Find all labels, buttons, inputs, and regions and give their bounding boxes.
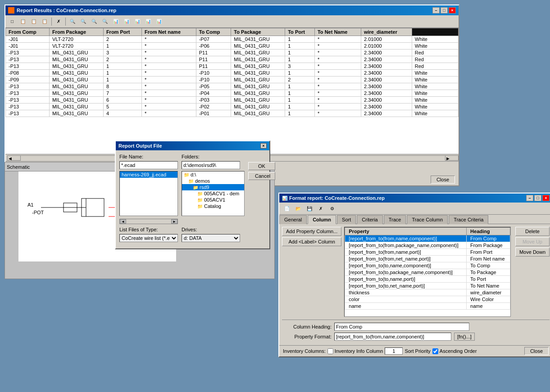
filename-input[interactable] [119, 161, 178, 169]
file-list-item[interactable]: harness-269_jj.ecad [120, 171, 177, 178]
filetype-select[interactable]: CSV files (*.csv) CoCreate wire list (*.… [119, 234, 178, 242]
fn-btn[interactable]: [fn()...] [454, 333, 475, 341]
folder-tree[interactable]: 📁 d:\ 📁 demos 📁 rsd9 📁 005ACV1 - dem 📁 0… [182, 171, 245, 216]
prop-format-input[interactable] [334, 333, 451, 341]
folder-005acv1-dem[interactable]: 📁 005ACV1 - dem [182, 190, 244, 197]
property-row[interactable]: thicknesswire_diameter [345, 289, 510, 296]
toolbar-b8[interactable]: 📊 [143, 17, 153, 27]
drives-select[interactable]: d: DATA [182, 234, 240, 242]
tab-trace-criteria[interactable]: Trace Criteria [449, 215, 488, 224]
tab-sort[interactable]: Sort [337, 215, 356, 224]
table-cell: White [412, 110, 458, 117]
toolbar-new[interactable]: □ [7, 17, 17, 27]
table-cell: 2.34000 [361, 110, 412, 117]
format-close-btn[interactable]: × [542, 195, 550, 201]
col-to-port[interactable]: To Port [285, 28, 315, 36]
close-btn[interactable]: × [449, 7, 456, 14]
ascending-order-checkbox[interactable] [432, 348, 438, 354]
fmt-tb-cfg[interactable]: ⚙ [327, 204, 337, 213]
minimize-btn[interactable]: – [432, 7, 440, 14]
tab-criteria[interactable]: Criteria [357, 215, 382, 224]
table-cell: MIL_0431_GRU [231, 70, 285, 77]
fmt-tb-save[interactable]: 💾 [305, 204, 314, 213]
format-min-btn[interactable]: – [526, 195, 533, 201]
col-to-net[interactable]: To Net Name [314, 28, 361, 36]
folder-catalog[interactable]: 📁 Catalog [182, 203, 244, 209]
tab-bar: General Column Sort Criteria Trace Trace… [279, 215, 550, 224]
property-row[interactable]: namename [345, 303, 510, 310]
folder-005acv1[interactable]: 📁 005ACV1 [182, 197, 244, 203]
format-max-btn[interactable]: □ [534, 195, 541, 201]
maximize-btn[interactable]: □ [441, 7, 448, 14]
toolbar-b6[interactable]: 📊 [122, 17, 132, 27]
toolbar-b7[interactable]: 📊 [132, 17, 142, 27]
toolbar-b3[interactable]: 🔍 [89, 17, 99, 27]
toolbar-b1[interactable]: 🔍 [68, 17, 77, 27]
delete-btn[interactable]: Delete [515, 227, 550, 236]
property-row[interactable]: [report_from_to(to,package_name,componen… [345, 269, 510, 276]
move-down-btn[interactable]: Move Down [515, 248, 550, 257]
folder-demos[interactable]: 📁 demos [182, 178, 244, 184]
toolbar-b4[interactable]: 🔍 [100, 17, 110, 27]
format-close-button[interactable]: Close [524, 347, 549, 355]
table-cell: MIL_0431_GRU [49, 83, 103, 90]
table-cell: -P13 [6, 56, 50, 63]
property-row[interactable]: [report_from_to(from,net_name,port)]From… [345, 256, 510, 262]
fmt-tb-open[interactable]: 📂 [293, 204, 303, 213]
col-from-comp[interactable]: From Comp [6, 28, 50, 36]
file-list[interactable]: harness-269_jj.ecad [119, 171, 178, 216]
fmt-tb-new[interactable]: 📄 [282, 204, 292, 213]
scroll-right-btn[interactable]: ► [445, 155, 459, 161]
tab-trace-column[interactable]: Trace Column [407, 215, 448, 224]
prop-col-heading[interactable]: Heading [467, 228, 510, 235]
toolbar-open[interactable]: 📋 [18, 17, 28, 27]
toolbar-b9[interactable]: 📊 [154, 17, 164, 27]
hscroll[interactable]: ◄ ► [119, 219, 178, 224]
tab-general[interactable]: General [279, 215, 307, 224]
prop-col-property[interactable]: Property [345, 228, 467, 235]
property-row[interactable]: [report_from_to(to,name,port)]To Port [345, 276, 510, 283]
folder-rsd9[interactable]: 📁 rsd9 [182, 184, 244, 190]
cancel-button[interactable]: Cancel [248, 172, 275, 180]
tab-trace[interactable]: Trace [384, 215, 406, 224]
property-row[interactable]: [report_from_to(from,name,component)]Fro… [345, 235, 510, 242]
report-close-button[interactable]: Close [431, 176, 455, 184]
property-row[interactable]: [report_from_to(to,name,component)]To Co… [345, 262, 510, 269]
toolbar-b2[interactable]: 🔍 [78, 17, 88, 27]
col-from-net[interactable]: From Net name [141, 28, 196, 36]
fmt-tb-del[interactable]: ✗ [316, 204, 326, 213]
ok-button[interactable]: OK [248, 162, 275, 170]
col-wire-diam[interactable]: wire_diameter [361, 28, 412, 36]
col-from-port[interactable]: From Port [103, 28, 141, 36]
report-output-close[interactable]: × [260, 143, 267, 149]
table-cell: 2.34000 [361, 50, 412, 56]
toolbar-b5[interactable]: 📊 [111, 17, 121, 27]
col-to-pkg[interactable]: To Package [231, 28, 285, 36]
col-from-pkg[interactable]: From Package [49, 28, 103, 36]
property-row[interactable]: [report_from_to(from,name,port)]From Por… [345, 249, 510, 256]
property-row[interactable]: [report_from_to(from,package_name,compon… [345, 242, 510, 249]
table-cell: 2.34000 [361, 90, 412, 97]
col-to-comp[interactable]: To Comp [196, 28, 231, 36]
move-up-btn[interactable]: Move Up [515, 237, 550, 246]
toolbar-save[interactable]: 📋 [29, 17, 39, 27]
tab-column[interactable]: Column [308, 215, 336, 224]
toolbar-del[interactable]: ✗ [54, 17, 64, 27]
scroll-left-btn[interactable]: ◄ [7, 155, 21, 161]
sort-priority-input[interactable] [385, 347, 403, 355]
property-row[interactable]: colorWire Color [345, 296, 510, 303]
scroll-r[interactable]: ► [171, 219, 177, 224]
folder-path-input[interactable] [182, 161, 240, 169]
add-label-col-btn[interactable]: Add <Label> Column [282, 237, 341, 246]
folder-d[interactable]: 📁 d:\ [182, 171, 244, 178]
table-cell: * [141, 43, 196, 50]
table-cell: 8 [103, 83, 141, 90]
inventory-info-checkbox[interactable] [327, 348, 333, 354]
col-wire-color[interactable]: Wire & Color [412, 28, 458, 36]
toolbar-copy[interactable]: 📋 [40, 17, 50, 27]
table-cell: White [412, 43, 458, 50]
add-property-col-btn[interactable]: Add Property Column... [282, 227, 341, 236]
property-row[interactable]: [report_from_to(to,net_name,port)]To Net… [345, 283, 510, 289]
scroll-l[interactable]: ◄ [120, 219, 126, 224]
col-heading-input[interactable] [334, 323, 469, 331]
